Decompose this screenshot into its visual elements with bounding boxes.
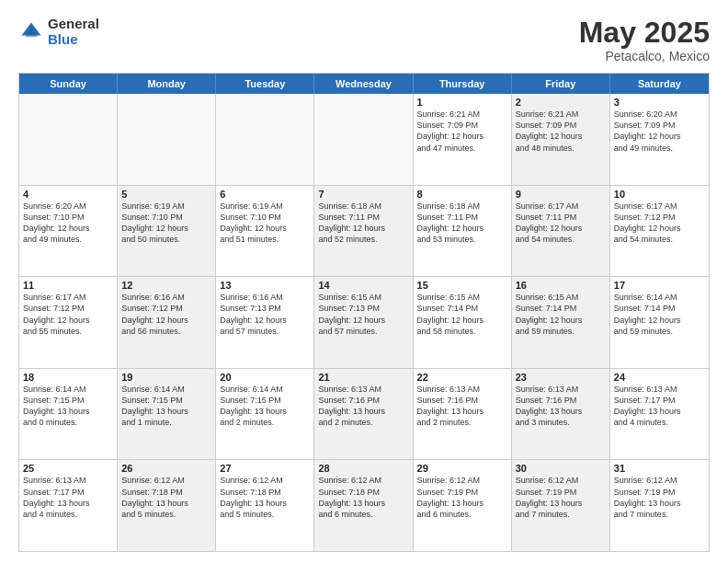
calendar-cell: 28Sunrise: 6:12 AM Sunset: 7:18 PM Dayli…: [314, 460, 413, 551]
day-info: Sunrise: 6:12 AM Sunset: 7:18 PM Dayligh…: [318, 475, 408, 520]
calendar-cell: 12Sunrise: 6:16 AM Sunset: 7:12 PM Dayli…: [118, 277, 216, 368]
header: General Blue May 2025 Petacalco, Mexico: [18, 17, 710, 63]
calendar-cell: 26Sunrise: 6:12 AM Sunset: 7:18 PM Dayli…: [118, 460, 216, 551]
calendar-cell: [19, 94, 118, 185]
day-info: Sunrise: 6:12 AM Sunset: 7:19 PM Dayligh…: [516, 475, 606, 520]
day-number: 18: [23, 372, 113, 383]
calendar-cell: 20Sunrise: 6:14 AM Sunset: 7:15 PM Dayli…: [216, 369, 314, 460]
title-block: May 2025 Petacalco, Mexico: [579, 17, 710, 63]
day-number: 31: [614, 463, 705, 474]
day-number: 20: [220, 372, 310, 383]
calendar-body: 1Sunrise: 6:21 AM Sunset: 7:09 PM Daylig…: [19, 94, 709, 551]
calendar-cell: [216, 94, 314, 185]
calendar-cell: 7Sunrise: 6:18 AM Sunset: 7:11 PM Daylig…: [314, 186, 413, 277]
calendar-cell: 21Sunrise: 6:13 AM Sunset: 7:16 PM Dayli…: [314, 369, 413, 460]
header-day-thursday: Thursday: [414, 74, 512, 94]
day-number: 9: [516, 189, 606, 200]
header-day-sunday: Sunday: [19, 74, 118, 94]
calendar-cell: 19Sunrise: 6:14 AM Sunset: 7:15 PM Dayli…: [118, 369, 216, 460]
day-info: Sunrise: 6:13 AM Sunset: 7:17 PM Dayligh…: [614, 384, 705, 429]
day-info: Sunrise: 6:17 AM Sunset: 7:12 PM Dayligh…: [614, 201, 705, 246]
day-info: Sunrise: 6:18 AM Sunset: 7:11 PM Dayligh…: [417, 201, 507, 246]
day-number: 2: [516, 97, 606, 108]
day-number: 12: [121, 280, 211, 291]
day-info: Sunrise: 6:19 AM Sunset: 7:10 PM Dayligh…: [220, 201, 310, 246]
day-info: Sunrise: 6:18 AM Sunset: 7:11 PM Dayligh…: [318, 201, 408, 246]
calendar-cell: 18Sunrise: 6:14 AM Sunset: 7:15 PM Dayli…: [19, 369, 118, 460]
header-day-monday: Monday: [118, 74, 216, 94]
calendar-cell: [314, 94, 413, 185]
day-number: 14: [318, 280, 408, 291]
day-info: Sunrise: 6:12 AM Sunset: 7:18 PM Dayligh…: [121, 475, 211, 520]
calendar-cell: 9Sunrise: 6:17 AM Sunset: 7:11 PM Daylig…: [512, 186, 610, 277]
logo-general: General: [48, 17, 99, 32]
day-info: Sunrise: 6:20 AM Sunset: 7:10 PM Dayligh…: [23, 201, 113, 246]
day-number: 3: [614, 97, 705, 108]
day-number: 27: [220, 463, 310, 474]
logo-text: General Blue: [48, 17, 99, 47]
calendar-cell: [118, 94, 216, 185]
day-info: Sunrise: 6:17 AM Sunset: 7:12 PM Dayligh…: [23, 292, 113, 337]
calendar-cell: 5Sunrise: 6:19 AM Sunset: 7:10 PM Daylig…: [118, 186, 216, 277]
day-number: 6: [220, 189, 310, 200]
calendar-cell: 24Sunrise: 6:13 AM Sunset: 7:17 PM Dayli…: [610, 369, 709, 460]
day-info: Sunrise: 6:16 AM Sunset: 7:12 PM Dayligh…: [121, 292, 211, 337]
logo-blue: Blue: [48, 32, 99, 48]
calendar-cell: 27Sunrise: 6:12 AM Sunset: 7:18 PM Dayli…: [216, 460, 314, 551]
day-info: Sunrise: 6:20 AM Sunset: 7:09 PM Dayligh…: [614, 109, 705, 154]
calendar-cell: 31Sunrise: 6:12 AM Sunset: 7:19 PM Dayli…: [610, 460, 709, 551]
calendar-cell: 25Sunrise: 6:13 AM Sunset: 7:17 PM Dayli…: [19, 460, 118, 551]
header-day-friday: Friday: [512, 74, 610, 94]
calendar-cell: 14Sunrise: 6:15 AM Sunset: 7:13 PM Dayli…: [314, 277, 413, 368]
day-info: Sunrise: 6:14 AM Sunset: 7:14 PM Dayligh…: [614, 292, 705, 337]
page: General Blue May 2025 Petacalco, Mexico …: [0, 0, 728, 563]
day-number: 22: [417, 372, 507, 383]
day-number: 26: [121, 463, 211, 474]
day-number: 28: [318, 463, 408, 474]
day-number: 19: [121, 372, 211, 383]
header-day-saturday: Saturday: [610, 74, 709, 94]
calendar-row-5: 25Sunrise: 6:13 AM Sunset: 7:17 PM Dayli…: [19, 460, 709, 551]
calendar-cell: 30Sunrise: 6:12 AM Sunset: 7:19 PM Dayli…: [512, 460, 610, 551]
logo: General Blue: [18, 17, 99, 47]
day-info: Sunrise: 6:19 AM Sunset: 7:10 PM Dayligh…: [121, 201, 211, 246]
day-info: Sunrise: 6:15 AM Sunset: 7:14 PM Dayligh…: [417, 292, 507, 337]
day-info: Sunrise: 6:15 AM Sunset: 7:14 PM Dayligh…: [516, 292, 606, 337]
day-info: Sunrise: 6:14 AM Sunset: 7:15 PM Dayligh…: [121, 384, 211, 429]
calendar-cell: 10Sunrise: 6:17 AM Sunset: 7:12 PM Dayli…: [610, 186, 709, 277]
calendar-cell: 6Sunrise: 6:19 AM Sunset: 7:10 PM Daylig…: [216, 186, 314, 277]
calendar-cell: 17Sunrise: 6:14 AM Sunset: 7:14 PM Dayli…: [610, 277, 709, 368]
calendar-cell: 11Sunrise: 6:17 AM Sunset: 7:12 PM Dayli…: [19, 277, 118, 368]
day-info: Sunrise: 6:13 AM Sunset: 7:16 PM Dayligh…: [318, 384, 408, 429]
day-number: 29: [417, 463, 507, 474]
day-number: 24: [614, 372, 705, 383]
day-info: Sunrise: 6:17 AM Sunset: 7:11 PM Dayligh…: [516, 201, 606, 246]
calendar-cell: 15Sunrise: 6:15 AM Sunset: 7:14 PM Dayli…: [414, 277, 512, 368]
calendar: SundayMondayTuesdayWednesdayThursdayFrid…: [18, 73, 710, 552]
day-number: 5: [121, 189, 211, 200]
calendar-cell: 4Sunrise: 6:20 AM Sunset: 7:10 PM Daylig…: [19, 186, 118, 277]
logo-icon: [18, 19, 44, 45]
calendar-cell: 29Sunrise: 6:12 AM Sunset: 7:19 PM Dayli…: [414, 460, 512, 551]
calendar-cell: 13Sunrise: 6:16 AM Sunset: 7:13 PM Dayli…: [216, 277, 314, 368]
day-number: 17: [614, 280, 705, 291]
day-number: 7: [318, 189, 408, 200]
calendar-row-1: 1Sunrise: 6:21 AM Sunset: 7:09 PM Daylig…: [19, 94, 709, 186]
day-number: 11: [23, 280, 113, 291]
day-info: Sunrise: 6:21 AM Sunset: 7:09 PM Dayligh…: [417, 109, 507, 154]
day-number: 13: [220, 280, 310, 291]
calendar-cell: 3Sunrise: 6:20 AM Sunset: 7:09 PM Daylig…: [610, 94, 709, 185]
calendar-row-3: 11Sunrise: 6:17 AM Sunset: 7:12 PM Dayli…: [19, 277, 709, 369]
day-info: Sunrise: 6:13 AM Sunset: 7:17 PM Dayligh…: [23, 475, 113, 520]
calendar-cell: 2Sunrise: 6:21 AM Sunset: 7:09 PM Daylig…: [512, 94, 610, 185]
main-title: May 2025: [579, 17, 710, 49]
day-info: Sunrise: 6:14 AM Sunset: 7:15 PM Dayligh…: [220, 384, 310, 429]
calendar-cell: 22Sunrise: 6:13 AM Sunset: 7:16 PM Dayli…: [414, 369, 512, 460]
calendar-row-2: 4Sunrise: 6:20 AM Sunset: 7:10 PM Daylig…: [19, 186, 709, 278]
day-number: 8: [417, 189, 507, 200]
day-number: 4: [23, 189, 113, 200]
calendar-cell: 23Sunrise: 6:13 AM Sunset: 7:16 PM Dayli…: [512, 369, 610, 460]
calendar-cell: 16Sunrise: 6:15 AM Sunset: 7:14 PM Dayli…: [512, 277, 610, 368]
day-number: 10: [614, 189, 705, 200]
day-info: Sunrise: 6:14 AM Sunset: 7:15 PM Dayligh…: [23, 384, 113, 429]
